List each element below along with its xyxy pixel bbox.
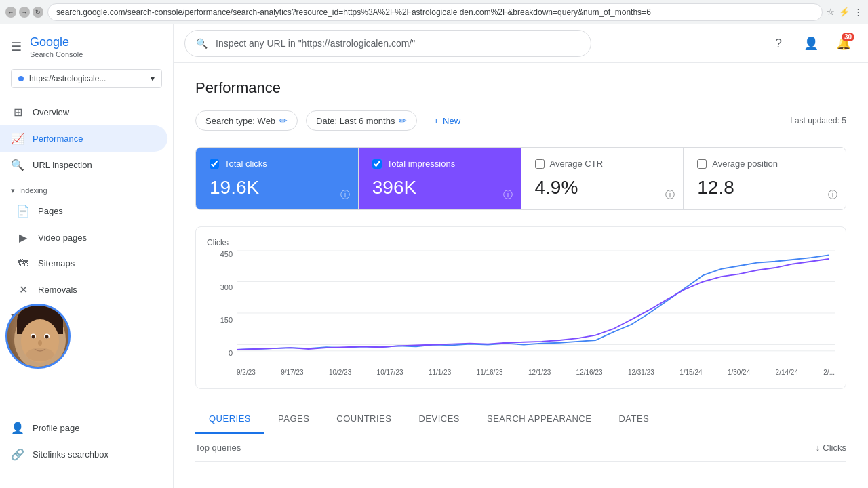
svg-point-9 [26,348,54,361]
sitemaps-icon: 🗺 [16,258,30,270]
removals-icon: ✕ [16,283,30,296]
url-inspection-icon: 🔍 [11,159,24,171]
x-label-3: 10/17/23 [377,369,403,376]
chevron-icon: ▾ [11,186,15,195]
sidebar-item-sitemaps[interactable]: 🗺 Sitemaps [5,251,167,277]
top-bar: 🔍 Inspect any URL in "https://astrologic… [174,24,868,63]
stat-card-average-ctr[interactable]: Average CTR 4.9% ⓘ [521,148,684,209]
x-label-7: 12/16/23 [576,369,603,376]
stat-card-total-impressions[interactable]: Total impressions 396K ⓘ [359,148,521,209]
url-bar[interactable]: search.google.com/search-console/perform… [47,3,823,21]
x-label-6: 12/1/23 [528,369,551,376]
url-text: search.google.com/search-console/perform… [56,7,651,17]
tab-countries[interactable]: COUNTRIES [323,405,405,434]
filter-search-type-label: Search type: Web [205,116,275,126]
app: ☰ Google Search Console https://astrolog… [0,24,868,488]
y-label-450: 450 [207,250,233,258]
info-icon-ctr[interactable]: ⓘ [665,189,675,201]
tab-queries[interactable]: QUERIES [195,405,264,434]
sitelinks-icon: 🔗 [11,448,24,461]
stats-cards: Total clicks 19.6K ⓘ Total impressions 3… [195,147,846,210]
chart-container: Clicks 450 300 150 0 [195,226,846,389]
sidebar-item-video-pages[interactable]: ▶ Video pages [5,224,167,251]
sidebar-item-profile-page[interactable]: 👤 Profile page [0,415,167,441]
x-label-0: 9/2/23 [237,369,256,376]
chart-y-axis-label: Clicks [207,238,835,247]
stat-checkbox-position[interactable] [697,159,707,169]
stat-label-ctr: Average CTR [550,159,604,169]
top-bar-icons: ? 👤 🔔 30 [765,30,857,57]
stat-value-impressions: 396K [372,177,507,199]
stat-header-position: Average position [697,159,832,169]
stat-card-average-position[interactable]: Average position 12.8 ⓘ [684,148,846,209]
menu-hamburger-icon[interactable]: ☰ [11,39,22,54]
notifications-button[interactable]: 🔔 30 [830,30,857,57]
stat-card-total-clicks[interactable]: Total clicks 19.6K ⓘ [196,148,359,209]
info-icon-impressions[interactable]: ⓘ [503,189,513,201]
sidebar-item-url-inspection[interactable]: 🔍 URL inspection [0,152,167,178]
info-icon-position[interactable]: ⓘ [828,189,837,201]
tab-search-appearance[interactable]: SEARCH APPEARANCE [473,405,605,434]
indexing-section-label[interactable]: ▾ Indexing [0,178,173,198]
stat-checkbox-clicks[interactable] [210,159,219,169]
new-filter-button[interactable]: + New [425,112,469,130]
search-icon: 🔍 [196,38,208,49]
property-label: https://astrologicale... [29,74,106,83]
tab-dates[interactable]: DATES [605,405,663,434]
search-type-filter[interactable]: Search type: Web ✏ [195,110,298,131]
sidebar-item-pages[interactable]: 📄 Pages [5,198,167,224]
browser-icons: ☆ ⚡ ⋮ [827,7,863,17]
search-bar[interactable]: 🔍 Inspect any URL in "https://astrologic… [184,30,591,57]
tab-devices[interactable]: DEVICES [405,405,473,434]
content-area: Performance Search type: Web ✏ Date: Las… [174,63,868,488]
stat-checkbox-ctr[interactable] [535,159,545,169]
extension-icon[interactable]: ⚡ [839,7,850,17]
stat-value-clicks: 19.6K [210,177,344,199]
users-button[interactable]: 👤 [797,30,825,57]
sidebar-item-label: Overview [33,107,69,117]
back-btn[interactable]: ← [5,7,16,18]
clicks-sort-label[interactable]: ↓ Clicks [816,443,846,453]
x-label-1: 9/17/23 [281,369,303,376]
filter-bar: Search type: Web ✏ Date: Last 6 months ✏… [195,110,846,131]
svg-point-8 [38,340,42,346]
info-icon-clicks[interactable]: ⓘ [340,189,350,201]
refresh-btn[interactable]: ↻ [33,7,43,18]
date-filter[interactable]: Date: Last 6 months ✏ [306,110,417,131]
property-dot [18,76,24,81]
sidebar-item-label: Pages [38,206,63,216]
sidebar-item-label: Sitelinks searchbox [33,449,108,460]
chart-svg [237,250,835,376]
sidebar-item-performance[interactable]: 📈 Performance [0,125,167,152]
stat-label-impressions: Total impressions [387,159,455,169]
search-placeholder: Inspect any URL in "https://astrological… [216,38,415,49]
notification-badge: 30 [842,33,854,41]
overview-icon: ⊞ [11,106,24,119]
performance-icon: 📈 [11,132,24,145]
x-label-2: 10/2/23 [329,369,351,376]
svg-point-6 [32,335,35,338]
pages-icon: 📄 [16,205,30,218]
x-label-10: 1/30/24 [728,369,750,376]
tab-pages[interactable]: PAGES [264,405,323,434]
sidebar-item-sitelinks[interactable]: 🔗 Sitelinks searchbox [0,441,167,468]
forward-btn[interactable]: → [19,7,30,18]
stat-header-clicks: Total clicks [210,159,344,169]
svg-point-7 [45,335,49,338]
top-queries-label: Top queries [195,443,241,453]
help-button[interactable]: ? [765,30,792,57]
app-logo: Google Search Console [30,35,83,58]
section-text: Indexing [19,186,47,195]
menu-icon[interactable]: ⋮ [854,7,863,17]
stat-header-ctr: Average CTR [535,159,670,169]
video-pages-icon: ▶ [16,231,30,244]
sidebar-item-overview[interactable]: ⊞ Overview [0,99,167,125]
bookmark-icon[interactable]: ☆ [827,7,835,17]
stat-label-position: Average position [712,159,778,169]
property-selector[interactable]: https://astrologicale... ▾ [11,69,162,88]
sidebar-item-removals[interactable]: ✕ Removals [5,277,167,303]
stat-checkbox-impressions[interactable] [372,159,382,169]
page-title: Performance [195,79,846,97]
edit-icon: ✏ [279,115,288,126]
avatar-face [7,306,68,367]
